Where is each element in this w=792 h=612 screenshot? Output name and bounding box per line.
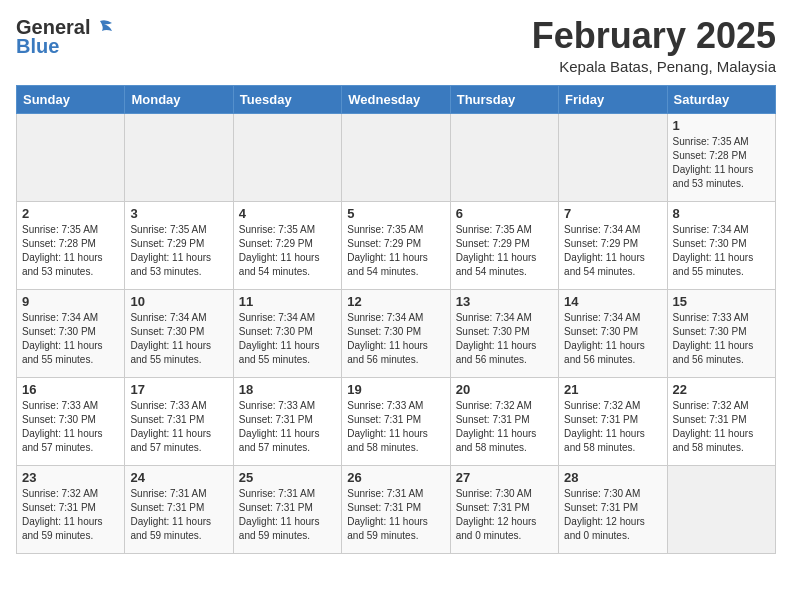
day-number: 8 (673, 206, 770, 221)
calendar-cell: 8Sunrise: 7:34 AM Sunset: 7:30 PM Daylig… (667, 201, 775, 289)
day-info: Sunrise: 7:34 AM Sunset: 7:30 PM Dayligh… (456, 311, 553, 367)
logo: General Blue (16, 16, 114, 58)
calendar-cell: 9Sunrise: 7:34 AM Sunset: 7:30 PM Daylig… (17, 289, 125, 377)
calendar-cell (233, 113, 341, 201)
weekday-header-wednesday: Wednesday (342, 85, 450, 113)
day-info: Sunrise: 7:32 AM Sunset: 7:31 PM Dayligh… (673, 399, 770, 455)
day-info: Sunrise: 7:33 AM Sunset: 7:31 PM Dayligh… (130, 399, 227, 455)
calendar-week-1: 1Sunrise: 7:35 AM Sunset: 7:28 PM Daylig… (17, 113, 776, 201)
weekday-header-sunday: Sunday (17, 85, 125, 113)
calendar-header-row: SundayMondayTuesdayWednesdayThursdayFrid… (17, 85, 776, 113)
day-info: Sunrise: 7:33 AM Sunset: 7:30 PM Dayligh… (673, 311, 770, 367)
day-number: 24 (130, 470, 227, 485)
day-number: 27 (456, 470, 553, 485)
calendar-table: SundayMondayTuesdayWednesdayThursdayFrid… (16, 85, 776, 554)
calendar-cell: 4Sunrise: 7:35 AM Sunset: 7:29 PM Daylig… (233, 201, 341, 289)
day-info: Sunrise: 7:31 AM Sunset: 7:31 PM Dayligh… (239, 487, 336, 543)
day-number: 28 (564, 470, 661, 485)
weekday-header-friday: Friday (559, 85, 667, 113)
day-number: 11 (239, 294, 336, 309)
day-number: 21 (564, 382, 661, 397)
calendar-cell: 15Sunrise: 7:33 AM Sunset: 7:30 PM Dayli… (667, 289, 775, 377)
day-number: 1 (673, 118, 770, 133)
day-number: 7 (564, 206, 661, 221)
calendar-cell: 19Sunrise: 7:33 AM Sunset: 7:31 PM Dayli… (342, 377, 450, 465)
day-info: Sunrise: 7:31 AM Sunset: 7:31 PM Dayligh… (347, 487, 444, 543)
calendar-cell: 23Sunrise: 7:32 AM Sunset: 7:31 PM Dayli… (17, 465, 125, 553)
calendar-week-4: 16Sunrise: 7:33 AM Sunset: 7:30 PM Dayli… (17, 377, 776, 465)
calendar-cell: 16Sunrise: 7:33 AM Sunset: 7:30 PM Dayli… (17, 377, 125, 465)
calendar-cell: 5Sunrise: 7:35 AM Sunset: 7:29 PM Daylig… (342, 201, 450, 289)
calendar-cell: 1Sunrise: 7:35 AM Sunset: 7:28 PM Daylig… (667, 113, 775, 201)
day-info: Sunrise: 7:34 AM Sunset: 7:30 PM Dayligh… (22, 311, 119, 367)
calendar-cell: 25Sunrise: 7:31 AM Sunset: 7:31 PM Dayli… (233, 465, 341, 553)
day-number: 10 (130, 294, 227, 309)
day-info: Sunrise: 7:30 AM Sunset: 7:31 PM Dayligh… (564, 487, 661, 543)
weekday-header-monday: Monday (125, 85, 233, 113)
calendar-cell: 26Sunrise: 7:31 AM Sunset: 7:31 PM Dayli… (342, 465, 450, 553)
calendar-week-2: 2Sunrise: 7:35 AM Sunset: 7:28 PM Daylig… (17, 201, 776, 289)
day-info: Sunrise: 7:35 AM Sunset: 7:29 PM Dayligh… (130, 223, 227, 279)
calendar-cell: 2Sunrise: 7:35 AM Sunset: 7:28 PM Daylig… (17, 201, 125, 289)
day-number: 17 (130, 382, 227, 397)
calendar-cell: 10Sunrise: 7:34 AM Sunset: 7:30 PM Dayli… (125, 289, 233, 377)
calendar-cell: 14Sunrise: 7:34 AM Sunset: 7:30 PM Dayli… (559, 289, 667, 377)
day-number: 22 (673, 382, 770, 397)
day-number: 16 (22, 382, 119, 397)
day-number: 20 (456, 382, 553, 397)
day-number: 12 (347, 294, 444, 309)
day-info: Sunrise: 7:31 AM Sunset: 7:31 PM Dayligh… (130, 487, 227, 543)
calendar-cell (450, 113, 558, 201)
day-info: Sunrise: 7:34 AM Sunset: 7:30 PM Dayligh… (564, 311, 661, 367)
calendar-cell: 21Sunrise: 7:32 AM Sunset: 7:31 PM Dayli… (559, 377, 667, 465)
calendar-cell: 22Sunrise: 7:32 AM Sunset: 7:31 PM Dayli… (667, 377, 775, 465)
day-info: Sunrise: 7:35 AM Sunset: 7:29 PM Dayligh… (456, 223, 553, 279)
day-number: 14 (564, 294, 661, 309)
day-info: Sunrise: 7:32 AM Sunset: 7:31 PM Dayligh… (22, 487, 119, 543)
day-info: Sunrise: 7:35 AM Sunset: 7:28 PM Dayligh… (673, 135, 770, 191)
month-title: February 2025 (532, 16, 776, 56)
day-number: 19 (347, 382, 444, 397)
calendar-cell: 3Sunrise: 7:35 AM Sunset: 7:29 PM Daylig… (125, 201, 233, 289)
calendar-cell: 27Sunrise: 7:30 AM Sunset: 7:31 PM Dayli… (450, 465, 558, 553)
day-number: 13 (456, 294, 553, 309)
day-info: Sunrise: 7:35 AM Sunset: 7:29 PM Dayligh… (347, 223, 444, 279)
calendar-cell: 11Sunrise: 7:34 AM Sunset: 7:30 PM Dayli… (233, 289, 341, 377)
day-number: 9 (22, 294, 119, 309)
day-info: Sunrise: 7:35 AM Sunset: 7:28 PM Dayligh… (22, 223, 119, 279)
day-info: Sunrise: 7:32 AM Sunset: 7:31 PM Dayligh… (456, 399, 553, 455)
day-number: 3 (130, 206, 227, 221)
calendar-cell (559, 113, 667, 201)
day-info: Sunrise: 7:32 AM Sunset: 7:31 PM Dayligh… (564, 399, 661, 455)
day-number: 26 (347, 470, 444, 485)
calendar-cell (125, 113, 233, 201)
day-number: 5 (347, 206, 444, 221)
calendar-week-3: 9Sunrise: 7:34 AM Sunset: 7:30 PM Daylig… (17, 289, 776, 377)
day-number: 6 (456, 206, 553, 221)
day-info: Sunrise: 7:30 AM Sunset: 7:31 PM Dayligh… (456, 487, 553, 543)
location-text: Kepala Batas, Penang, Malaysia (532, 58, 776, 75)
day-info: Sunrise: 7:34 AM Sunset: 7:30 PM Dayligh… (347, 311, 444, 367)
title-section: February 2025 Kepala Batas, Penang, Mala… (532, 16, 776, 75)
day-number: 25 (239, 470, 336, 485)
weekday-header-tuesday: Tuesday (233, 85, 341, 113)
calendar-cell: 20Sunrise: 7:32 AM Sunset: 7:31 PM Dayli… (450, 377, 558, 465)
logo-bird-icon (92, 19, 114, 37)
page-header: General Blue February 2025 Kepala Batas,… (16, 16, 776, 75)
day-number: 18 (239, 382, 336, 397)
day-info: Sunrise: 7:34 AM Sunset: 7:30 PM Dayligh… (130, 311, 227, 367)
day-info: Sunrise: 7:35 AM Sunset: 7:29 PM Dayligh… (239, 223, 336, 279)
calendar-cell: 13Sunrise: 7:34 AM Sunset: 7:30 PM Dayli… (450, 289, 558, 377)
calendar-cell (667, 465, 775, 553)
day-info: Sunrise: 7:33 AM Sunset: 7:31 PM Dayligh… (347, 399, 444, 455)
weekday-header-saturday: Saturday (667, 85, 775, 113)
day-number: 23 (22, 470, 119, 485)
calendar-cell: 28Sunrise: 7:30 AM Sunset: 7:31 PM Dayli… (559, 465, 667, 553)
calendar-cell: 12Sunrise: 7:34 AM Sunset: 7:30 PM Dayli… (342, 289, 450, 377)
calendar-cell (342, 113, 450, 201)
calendar-cell: 7Sunrise: 7:34 AM Sunset: 7:29 PM Daylig… (559, 201, 667, 289)
day-info: Sunrise: 7:34 AM Sunset: 7:29 PM Dayligh… (564, 223, 661, 279)
day-number: 15 (673, 294, 770, 309)
calendar-week-5: 23Sunrise: 7:32 AM Sunset: 7:31 PM Dayli… (17, 465, 776, 553)
calendar-cell: 6Sunrise: 7:35 AM Sunset: 7:29 PM Daylig… (450, 201, 558, 289)
